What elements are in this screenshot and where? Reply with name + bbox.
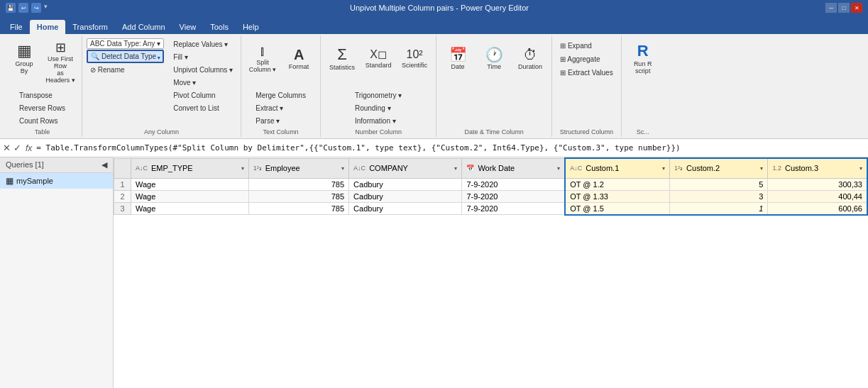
extract-values-button[interactable]: ⊞ Extract Values [556,67,617,79]
standard-label: Standard [366,62,392,69]
employee-type-icon: 1²₃ [253,165,262,172]
employee-col-label: Employee [265,164,300,172]
custom1-filter-icon[interactable]: ▾ [662,165,665,172]
cell-workdate-2: 7-9-2020 [462,190,565,202]
ribbon: ▦ GroupBy ⊞ Use First Rowas Headers ▾ Tr… [0,34,868,139]
duration-label: Duration [518,63,542,70]
quick-save-icon[interactable]: 💾 [6,3,16,13]
format-button[interactable]: A Format [282,38,316,79]
tab-file[interactable]: File [3,20,30,34]
formula-bar: ✕ ✓ fx [0,139,868,157]
date-button[interactable]: 📅 Date [441,38,475,79]
ribbon-group-number-column: Σ Statistics X◻ Standard 10² Scientific … [321,35,436,137]
replace-values-button[interactable]: Replace Values ▾ [170,38,236,50]
time-button[interactable]: 🕐 Time [477,38,511,79]
col-header-custom2: 1²₃ Custom.2 ▾ [670,158,768,178]
col-header-emptype: A↓C EMP_TYPE ▾ [131,158,249,178]
tab-tools[interactable]: Tools [203,20,236,34]
merge-columns-button[interactable]: Merge Columns [252,89,309,101]
workdate-filter-icon[interactable]: ▾ [557,165,560,172]
formula-accept-icon[interactable]: ✓ [13,143,21,153]
custom1-type-icon: A↓C [570,165,582,172]
undo-icon[interactable]: ↩ [18,3,28,13]
detect-data-type-button[interactable]: 🔍 Detect Data Type [87,50,164,63]
pivot-label: Pivot Column [173,92,215,99]
data-type-label: Data Type: Any [107,40,155,48]
run-r-script-button[interactable]: R Run Rscript [626,38,660,79]
tab-view[interactable]: View [172,20,204,34]
close-button[interactable]: ✕ [851,3,862,13]
fill-button[interactable]: Fill ▾ [170,51,236,63]
table-row: 2 Wage 785 Cadbury 7-9-2020 OT @ 1.33 3 … [114,190,868,202]
company-filter-icon[interactable]: ▾ [454,165,457,172]
cell-company-1: Cadbury [349,178,462,190]
mysample-label: mySample [16,177,53,185]
collapse-sidebar-icon[interactable]: ◀ [101,160,107,170]
convert-list-button[interactable]: Convert to List [170,102,236,114]
custom3-filter-icon[interactable]: ▾ [859,165,862,172]
standard-button[interactable]: X◻ Standard [361,38,395,79]
detect-icon: 🔍 [91,52,99,60]
employee-filter-icon[interactable]: ▾ [341,165,344,172]
pivot-column-button[interactable]: Pivot Column [170,89,236,101]
unpivot-columns-button[interactable]: Unpivot Columns ▾ [170,64,236,76]
table-body: 1 Wage 785 Cadbury 7-9-2020 OT @ 1.2 5 3… [114,178,868,215]
expand-button[interactable]: ⊞ Expand [556,40,617,52]
group-by-icon: ▦ [17,43,32,59]
formula-input[interactable] [36,143,865,153]
tab-help[interactable]: Help [236,20,266,34]
first-row-icon: ⊞ [55,41,66,54]
sidebar-item-mysample[interactable]: ▦ mySample [0,173,113,189]
tab-transform[interactable]: Transform [65,20,115,34]
rename-button[interactable]: ⊘ Rename [87,64,164,76]
date-time-group-label: Date & Time Column [441,127,547,135]
unpivot-label: Unpivot Columns ▾ [173,66,233,74]
tab-home[interactable]: Home [30,20,66,34]
col-header-custom3: 1.2 Custom.3 ▾ [768,158,867,178]
data-type-button[interactable]: ABC Data Type: Any ▾ [87,38,164,49]
data-type-icon: ABC [90,40,105,48]
use-first-row-button[interactable]: ⊞ Use First Rowas Headers ▾ [43,38,77,87]
tab-add-column[interactable]: Add Column [115,20,172,34]
trigonometry-button[interactable]: Trigonometry ▾ [351,89,405,101]
column-header-row: A↓C EMP_TYPE ▾ 1²₃ Employee ▾ [114,158,868,178]
scientific-button[interactable]: 10² Scientific [397,38,432,79]
rounding-button[interactable]: Rounding ▾ [351,102,405,114]
date-icon: 📅 [449,48,467,62]
count-rows-button[interactable]: Count Rows [16,115,69,127]
emptype-filter-icon[interactable]: ▾ [241,165,244,172]
duration-button[interactable]: ⏱ Duration [513,38,547,79]
redo-icon[interactable]: ↪ [31,3,41,13]
extract-button[interactable]: Extract ▾ [252,102,309,114]
company-type-icon: A↓C [353,165,366,172]
emptype-col-label: EMP_TYPE [151,164,193,172]
split-column-button[interactable]: ⫿ SplitColumn ▾ [246,38,280,79]
extract-label: Extract ▾ [256,104,283,112]
time-label: Time [487,63,501,70]
transpose-button[interactable]: Transpose [16,89,69,101]
workdate-type-icon: 📅 [466,165,474,172]
maximize-button[interactable]: □ [838,3,850,13]
company-col-label: COMPANY [369,164,408,172]
cell-employee-2: 785 [248,190,348,202]
group-by-button[interactable]: ▦ GroupBy [7,38,41,79]
text-column-group-label: Text Column [246,127,316,135]
custom2-filter-icon[interactable]: ▾ [760,165,763,172]
cell-custom1-2: OT @ 1.33 [565,190,669,202]
standard-icon: X◻ [370,49,387,60]
statistics-button[interactable]: Σ Statistics [325,38,359,79]
formula-reject-icon[interactable]: ✕ [3,143,11,153]
minimize-button[interactable]: ─ [825,3,837,13]
reverse-rows-button[interactable]: Reverse Rows [16,102,69,114]
workdate-col-label: Work Date [478,164,515,172]
information-button[interactable]: Information ▾ [351,115,405,127]
parse-button[interactable]: Parse ▾ [252,115,309,127]
table-group-label: Table [7,127,77,135]
aggregate-button[interactable]: ⊞ Aggregate [556,53,617,65]
title-divider: ▾ [44,3,48,13]
formula-fx-label: fx [26,143,32,153]
title-bar: 💾 ↩ ↪ ▾ Unpivot Multiple Column pairs - … [0,0,868,16]
table-row: 1 Wage 785 Cadbury 7-9-2020 OT @ 1.2 5 3… [114,178,868,190]
move-button[interactable]: Move ▾ [170,77,236,89]
row-num-2: 2 [114,190,131,202]
